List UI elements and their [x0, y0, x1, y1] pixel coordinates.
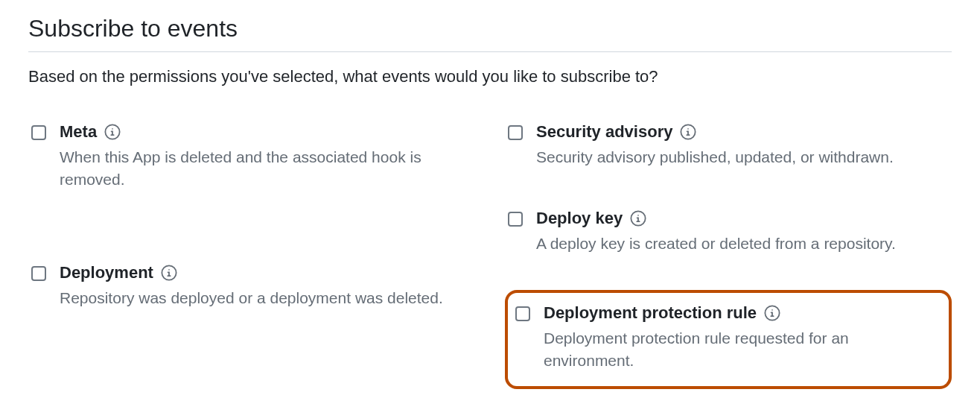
event-title: Security advisory [536, 122, 672, 142]
event-title: Deployment protection rule [544, 303, 757, 323]
event-title: Deployment [60, 263, 153, 282]
svg-point-3 [168, 269, 170, 271]
event-description: A deploy key is created or deleted from … [536, 233, 949, 255]
event-header: Deploy key [536, 209, 949, 228]
event-description: When this App is deleted and the associa… [60, 146, 472, 192]
event-description: Repository was deployed or a deployment … [60, 287, 472, 309]
event-content: Deployment protection rule Deployment pr… [544, 303, 938, 373]
event-title: Deploy key [536, 209, 623, 228]
event-content: Deployment Repository was deployed or a … [60, 263, 472, 309]
section-description: Based on the permissions you've selected… [28, 67, 952, 86]
events-column-right: Security advisory Security advisory publ… [505, 116, 952, 389]
info-icon[interactable] [104, 124, 121, 140]
event-header: Security advisory [536, 122, 949, 142]
event-header: Deployment protection rule [544, 303, 938, 323]
info-icon[interactable] [680, 124, 696, 140]
svg-point-5 [688, 128, 690, 130]
info-icon[interactable] [764, 305, 780, 321]
events-grid: Meta When this App is deleted and the as… [28, 116, 952, 389]
event-description: Security advisory published, updated, or… [536, 146, 949, 168]
event-content: Deploy key A deploy key is created or de… [536, 209, 949, 255]
subscribe-events-section: Subscribe to events Based on the permiss… [0, 0, 980, 401]
checkbox-deployment[interactable] [31, 266, 46, 281]
event-content: Security advisory Security advisory publ… [536, 122, 949, 168]
svg-point-9 [771, 309, 773, 311]
event-item-meta: Meta When this App is deleted and the as… [28, 116, 475, 198]
event-item-security-advisory: Security advisory Security advisory publ… [505, 116, 952, 174]
section-title: Subscribe to events [28, 15, 952, 52]
event-description: Deployment protection rule requested for… [544, 327, 938, 373]
event-content: Meta When this App is deleted and the as… [60, 122, 472, 192]
info-icon[interactable] [630, 210, 646, 227]
svg-point-1 [112, 128, 113, 130]
event-item-deployment-protection-rule: Deployment protection rule Deployment pr… [505, 290, 952, 389]
checkbox-deploy-key[interactable] [508, 212, 523, 227]
event-title: Meta [60, 122, 97, 142]
events-column-left: Meta When this App is deleted and the as… [28, 116, 475, 389]
checkbox-security-advisory[interactable] [508, 125, 523, 140]
event-header: Deployment [60, 263, 472, 282]
checkbox-meta[interactable] [31, 125, 46, 140]
checkbox-deployment-protection-rule[interactable] [515, 306, 530, 321]
svg-point-7 [637, 215, 639, 216]
event-item-deployment: Deployment Repository was deployed or a … [28, 257, 475, 315]
info-icon[interactable] [161, 265, 177, 281]
event-item-deploy-key: Deploy key A deploy key is created or de… [505, 203, 952, 261]
event-header: Meta [60, 122, 472, 142]
